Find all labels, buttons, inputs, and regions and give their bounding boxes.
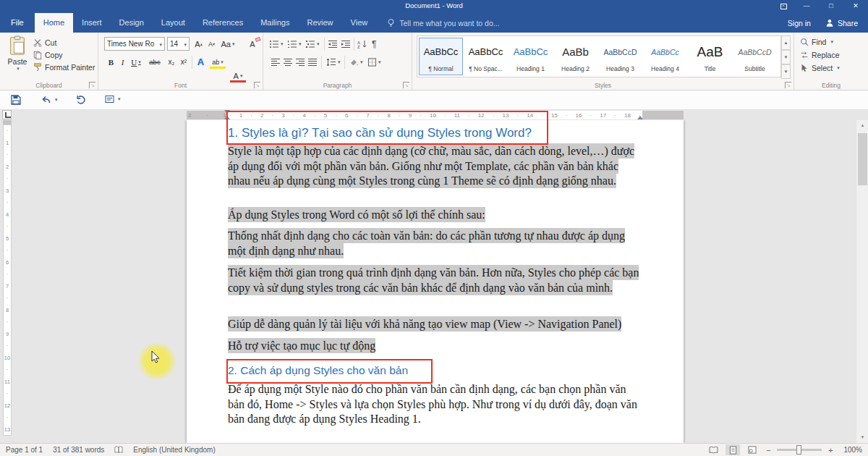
- doc-paragraph-6[interactable]: Hỗ trợ việc tạo mục lục tự động: [228, 339, 644, 354]
- clipboard-dialog-launcher[interactable]: [89, 82, 95, 88]
- style-subtitle[interactable]: AaBbCcD Subtitle: [733, 38, 777, 75]
- page-indicator[interactable]: Page 1 of 1: [6, 446, 43, 454]
- shading-button[interactable]: [349, 55, 363, 69]
- ribbon-display-options-icon[interactable]: ^: [773, 0, 794, 13]
- highlight-color-button[interactable]: ab: [209, 55, 226, 69]
- zoom-level[interactable]: 100%: [843, 446, 862, 454]
- zoom-slider-thumb[interactable]: [796, 445, 801, 455]
- change-case-button[interactable]: Aa: [219, 37, 237, 51]
- tab-references[interactable]: References: [194, 13, 252, 33]
- minimize-button[interactable]: —: [794, 0, 819, 13]
- format-painter-button[interactable]: Format Painter: [33, 62, 95, 73]
- maximize-button[interactable]: □: [819, 0, 843, 13]
- justify-button[interactable]: [307, 55, 318, 69]
- close-button[interactable]: ✕: [843, 0, 868, 13]
- undo-button[interactable]: [41, 94, 58, 105]
- customize-qat-button[interactable]: [104, 94, 121, 104]
- save-button[interactable]: [10, 94, 22, 106]
- gallery-scroll-down-button[interactable]: ▼: [781, 50, 791, 64]
- sort-button[interactable]: AZ: [357, 37, 368, 51]
- style-no-spacing[interactable]: AaBbCc ¶ No Spac...: [464, 38, 508, 75]
- tab-insert[interactable]: Insert: [73, 13, 111, 33]
- replace-button[interactable]: Replace: [800, 49, 840, 61]
- tab-home[interactable]: Home: [35, 13, 73, 33]
- line-spacing-button[interactable]: [326, 55, 341, 69]
- share-button[interactable]: Share: [825, 18, 858, 28]
- superscript-button[interactable]: x²: [178, 55, 190, 69]
- borders-grid-icon: [367, 58, 377, 67]
- align-center-button[interactable]: [283, 55, 293, 69]
- tab-view[interactable]: View: [342, 13, 377, 33]
- doc-paragraph-4[interactable]: Tiết kiệm thời gian trong quá trình định…: [228, 266, 644, 295]
- shrink-font-button[interactable]: A: [205, 37, 218, 51]
- increase-indent-button[interactable]: [341, 37, 351, 51]
- read-mode-button[interactable]: [706, 444, 720, 455]
- multilevel-list-button[interactable]: [305, 37, 320, 51]
- proofing-book-icon[interactable]: [114, 446, 123, 454]
- align-right-button[interactable]: [295, 55, 305, 69]
- tab-review[interactable]: Review: [299, 13, 342, 33]
- font-family-combobox[interactable]: Times New Ro: [104, 37, 165, 51]
- borders-button[interactable]: [367, 55, 381, 69]
- style-title[interactable]: AaB Title: [688, 38, 732, 75]
- bullets-button[interactable]: [269, 37, 284, 51]
- style-heading-3[interactable]: AaBbCcD Heading 3: [598, 38, 642, 75]
- gallery-more-button[interactable]: ▼: [781, 64, 791, 79]
- tab-layout[interactable]: Layout: [153, 13, 194, 33]
- align-left-button[interactable]: [271, 55, 281, 69]
- subscript-button[interactable]: x₂: [166, 55, 177, 69]
- redo-button[interactable]: [75, 94, 87, 105]
- gallery-scroll-up-button[interactable]: ▲: [781, 35, 791, 50]
- print-layout-button[interactable]: [726, 444, 740, 455]
- doc-paragraph-2[interactable]: Áp dụng Styles trong Word có một số lợi …: [228, 208, 644, 223]
- styles-dialog-launcher[interactable]: [785, 82, 791, 88]
- tell-me-box[interactable]: Tell me what you want to do...: [386, 13, 499, 33]
- tab-file[interactable]: File: [0, 13, 35, 33]
- text-effects-button[interactable]: A: [195, 55, 207, 69]
- zoom-out-button[interactable]: −: [765, 446, 772, 455]
- paragraph-dialog-launcher[interactable]: [403, 82, 409, 88]
- tab-design[interactable]: Design: [111, 13, 153, 33]
- find-label: Find: [812, 38, 826, 46]
- zoom-slider[interactable]: [777, 449, 822, 451]
- decrease-indent-button[interactable]: [328, 37, 338, 51]
- doc-paragraph-1[interactable]: Style là một tập hợp của các định dạng (…: [228, 144, 644, 189]
- tab-selector[interactable]: [2, 110, 12, 119]
- italic-button[interactable]: I: [118, 55, 127, 69]
- numbering-button[interactable]: [287, 37, 302, 51]
- scrollbar-thumb[interactable]: [858, 133, 867, 185]
- language-indicator[interactable]: English (United Kingdom): [133, 446, 215, 454]
- style-normal[interactable]: AaBbCc ¶ Normal: [419, 38, 463, 75]
- find-button[interactable]: Find: [800, 36, 833, 48]
- font-size-combobox[interactable]: 14: [167, 37, 190, 51]
- font-dialog-launcher[interactable]: [254, 82, 260, 88]
- document-page[interactable]: 1. Styles là gì? Tại sao cần sử dụng Sty…: [187, 120, 684, 443]
- paste-button[interactable]: Paste: [4, 35, 30, 80]
- bold-button[interactable]: B: [106, 55, 116, 69]
- style-heading-2[interactable]: AaBb Heading 2: [553, 38, 597, 75]
- clear-formatting-button[interactable]: A: [246, 37, 259, 51]
- grow-font-button[interactable]: A: [192, 37, 205, 51]
- style-heading-4[interactable]: AaBbCc Heading 4: [643, 38, 687, 75]
- font-color-button[interactable]: A: [229, 69, 247, 83]
- doc-paragraph-3[interactable]: Thống nhất định dạng cho các toàn văn bả…: [228, 229, 644, 258]
- doc-paragraph-7[interactable]: Để áp dụng một Style nào đó cho phần văn…: [228, 382, 644, 427]
- select-button[interactable]: Select: [800, 62, 840, 74]
- underline-button[interactable]: U: [129, 55, 143, 69]
- strikethrough-button[interactable]: abc: [147, 55, 163, 69]
- doc-paragraph-5[interactable]: Giúp dễ dàng quản lý tài liệu với khả nă…: [228, 317, 644, 332]
- show-formatting-marks-button[interactable]: [372, 37, 381, 51]
- zoom-in-button[interactable]: +: [827, 446, 834, 455]
- style-heading-1[interactable]: AaBbCc Heading 1: [509, 38, 553, 75]
- right-indent-marker[interactable]: [637, 116, 643, 119]
- sign-in-link[interactable]: Sign in: [788, 19, 811, 28]
- scroll-up-button[interactable]: ▲: [856, 120, 868, 131]
- scroll-down-button[interactable]: ▼: [856, 432, 868, 443]
- chevron-down-icon[interactable]: [182, 40, 187, 48]
- cut-button[interactable]: Cut: [33, 37, 56, 48]
- word-count[interactable]: 31 of 381 words: [53, 446, 104, 454]
- chevron-down-icon[interactable]: [158, 40, 162, 48]
- web-layout-button[interactable]: [745, 444, 760, 455]
- copy-button[interactable]: Copy: [33, 49, 63, 61]
- tab-mailings[interactable]: Mailings: [252, 13, 298, 33]
